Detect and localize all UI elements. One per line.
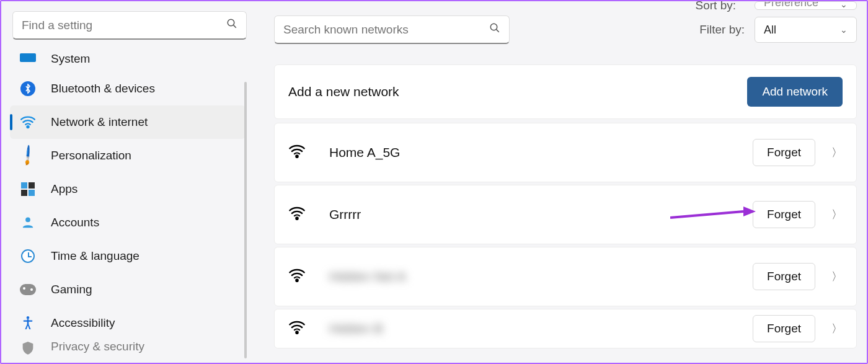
forget-button[interactable]: Forget [753, 201, 815, 228]
network-name: Home A_5G [329, 145, 400, 160]
known-networks-search[interactable] [274, 16, 510, 44]
main-content: Sort by: Preference ⌄ Filter by: All ⌄ A… [249, 1, 867, 363]
forget-button[interactable]: Forget [753, 139, 815, 166]
chevron-right-icon[interactable]: 〉 [831, 269, 843, 284]
svg-point-10 [296, 218, 298, 220]
apps-icon [20, 181, 36, 197]
sidebar-item-accessibility[interactable]: Accessibility [10, 306, 246, 340]
svg-point-14 [296, 332, 298, 334]
forget-button[interactable]: Forget [753, 263, 815, 290]
sidebar-item-label: Privacy & security [51, 340, 144, 353]
svg-point-3 [25, 218, 30, 223]
sidebar-item-label: Accessibility [51, 316, 115, 330]
forget-button[interactable]: Forget [753, 315, 815, 342]
sidebar-item-label: System [51, 52, 90, 66]
paintbrush-icon: 🖌️ [17, 144, 40, 167]
sidebar-search[interactable] [12, 11, 247, 40]
network-row[interactable]: Hidden B Forget 〉 [274, 309, 857, 348]
sidebar-item-personalization[interactable]: 🖌️ Personalization [10, 139, 246, 172]
sidebar-item-apps[interactable]: Apps [10, 172, 246, 206]
sidebar-nav: System Bluetooth & devices Network & int… [10, 47, 249, 363]
wifi-icon [20, 114, 36, 130]
sort-by-dropdown[interactable]: Preference ⌄ [755, 1, 857, 10]
svg-point-4 [27, 316, 29, 319]
sidebar-item-label: Personalization [51, 149, 131, 162]
network-row[interactable]: Home A_5G Forget 〉 [274, 123, 857, 182]
network-name: Grrrrr [329, 207, 361, 222]
system-icon [20, 50, 36, 66]
wifi-icon [288, 320, 306, 337]
svg-point-9 [296, 156, 298, 158]
sidebar-item-privacy[interactable]: Privacy & security [10, 340, 246, 358]
network-name: Hidden B [329, 321, 383, 336]
sidebar-item-gaming[interactable]: Gaming [10, 273, 246, 306]
wifi-icon [288, 206, 306, 223]
sidebar-item-label: Time & language [51, 249, 140, 263]
add-network-button[interactable]: Add network [747, 77, 843, 107]
svg-point-7 [490, 24, 497, 30]
network-row[interactable]: Hidden Net A Forget 〉 [274, 247, 857, 306]
bluetooth-icon [20, 81, 36, 97]
chevron-right-icon[interactable]: 〉 [831, 321, 843, 336]
chevron-down-icon: ⌄ [840, 25, 848, 35]
person-icon [20, 215, 36, 231]
svg-line-1 [234, 25, 236, 28]
sidebar: System Bluetooth & devices Network & int… [1, 1, 249, 363]
add-network-card: Add a new network Add network [274, 64, 857, 119]
svg-point-13 [296, 280, 298, 282]
search-icon [489, 22, 500, 37]
network-row[interactable]: Grrrrr Forget 〉 [274, 185, 857, 244]
wifi-icon [288, 268, 306, 285]
sort-by-value: Preference [764, 1, 818, 9]
known-networks-search-input[interactable] [283, 23, 489, 37]
network-name: Hidden Net A [329, 269, 406, 284]
svg-point-2 [27, 126, 29, 128]
sidebar-item-bluetooth[interactable]: Bluetooth & devices [10, 72, 246, 105]
chevron-down-icon: ⌄ [840, 1, 848, 9]
svg-rect-6 [24, 320, 33, 321]
svg-line-11 [670, 211, 743, 218]
sort-row: Sort by: Preference ⌄ [274, 1, 857, 10]
sidebar-item-time-language[interactable]: Time & language [10, 239, 246, 273]
filter-by-value: All [764, 24, 776, 37]
sidebar-item-system[interactable]: System [10, 47, 246, 72]
filter-by-dropdown[interactable]: All ⌄ [755, 17, 857, 43]
sidebar-item-label: Apps [51, 182, 78, 196]
chevron-right-icon[interactable]: 〉 [831, 145, 843, 160]
sidebar-item-label: Bluetooth & devices [51, 82, 155, 95]
sidebar-item-label: Gaming [51, 283, 92, 296]
annotation-arrow [670, 205, 757, 228]
svg-point-0 [228, 19, 234, 26]
filter-row: Filter by: All ⌄ [274, 10, 857, 50]
wifi-icon [288, 144, 306, 161]
accessibility-icon [20, 315, 36, 331]
filter-by-label: Filter by: [699, 23, 745, 37]
gamepad-icon [20, 282, 36, 298]
sidebar-item-label: Accounts [51, 216, 99, 229]
search-icon [226, 18, 237, 32]
sidebar-item-network[interactable]: Network & internet [10, 105, 246, 139]
svg-line-8 [497, 30, 499, 32]
chevron-right-icon[interactable]: 〉 [831, 207, 843, 222]
sidebar-item-accounts[interactable]: Accounts [10, 206, 246, 239]
add-network-title: Add a new network [288, 84, 399, 99]
clock-globe-icon [20, 248, 36, 264]
sidebar-search-input[interactable] [22, 19, 226, 32]
sidebar-item-label: Network & internet [51, 115, 148, 129]
shield-icon [20, 340, 36, 356]
